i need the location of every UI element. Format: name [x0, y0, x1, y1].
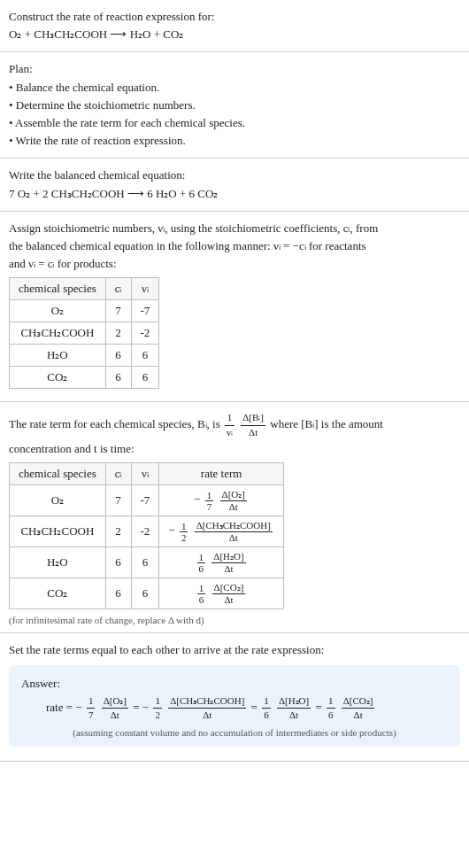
- frac-delta: Δ[Bᵢ] Δt: [241, 411, 265, 439]
- frac-delta: Δ[CO₂]Δt: [212, 582, 246, 605]
- frac-delta: Δ[O₂]Δt: [220, 489, 247, 512]
- cell-vi: 6: [131, 578, 159, 609]
- answer-title: Set the rate terms equal to each other t…: [9, 642, 460, 658]
- cell-vi: -2: [131, 516, 159, 547]
- unbalanced-equation: O₂ + CH₃CH₂COOH ⟶ H₂O + CO₂: [9, 27, 460, 43]
- frac-coeff: 16: [262, 694, 271, 723]
- answer-subnote: (assuming constant volume and no accumul…: [21, 727, 448, 738]
- col-vi: νᵢ: [131, 463, 159, 485]
- plan-bullet-4: • Write the rate of reaction expression.: [9, 133, 460, 149]
- cell-species: H₂O: [10, 547, 106, 578]
- cell-vi: -2: [131, 322, 159, 345]
- cell-vi: -7: [131, 300, 159, 322]
- frac-delta: Δ[H₂O]Δt: [277, 694, 311, 723]
- cell-ci: 6: [105, 345, 131, 367]
- cell-ci: 6: [105, 578, 131, 609]
- section-construct: Construct the rate of reaction expressio…: [0, 0, 469, 52]
- table-row: CO₂ 6 6: [10, 367, 159, 389]
- plan-title: Plan:: [9, 61, 460, 77]
- table-row: O₂ 7 -7: [10, 300, 159, 322]
- plan-bullet-1: • Balance the chemical equation.: [9, 80, 460, 96]
- plan-bullet-2: • Determine the stoichiometric numbers.: [9, 97, 460, 113]
- table-row: CH₃CH₂COOH 2 -2 − 12 Δ[CH₃CH₂COOH]Δt: [10, 516, 284, 547]
- infinitesimal-note: (for infinitesimal rate of change, repla…: [9, 615, 460, 625]
- equals: = −: [133, 700, 149, 713]
- balanced-equation: 7 O₂ + 2 CH₃CH₂COOH ⟶ 6 H₂O + 6 CO₂: [9, 186, 460, 202]
- section-answer: Set the rate terms equal to each other t…: [0, 633, 469, 762]
- cell-species: O₂: [10, 300, 106, 322]
- cell-rate-term: − 17 Δ[O₂]Δt: [159, 485, 283, 516]
- cell-species: H₂O: [10, 345, 106, 367]
- cell-ci: 2: [105, 322, 131, 345]
- col-ci: cᵢ: [105, 278, 131, 300]
- cell-ci: 7: [105, 300, 131, 322]
- frac-coeff: 17: [205, 490, 214, 512]
- frac-coeff: 16: [327, 694, 335, 723]
- eq-right: 6 H₂O + 6 CO₂: [147, 187, 218, 200]
- frac-coeff: 16: [197, 552, 206, 574]
- col-ci: cᵢ: [105, 463, 131, 485]
- frac-delta: Δ[CH₃CH₂COOH]Δt: [168, 694, 246, 723]
- rate-intro-b: where [Bᵢ] is the amount: [270, 417, 383, 430]
- answer-label: Answer:: [21, 676, 448, 692]
- table-row: CH₃CH₂COOH 2 -2: [10, 322, 159, 345]
- frac-coeff: 16: [197, 583, 206, 605]
- cell-species: CH₃CH₂COOH: [10, 322, 106, 345]
- frac-coeff: 1 νᵢ: [225, 411, 234, 439]
- col-vi: νᵢ: [131, 278, 159, 300]
- section-stoich: Assign stoichiometric numbers, νᵢ, using…: [0, 212, 469, 403]
- cell-species: CH₃CH₂COOH: [10, 516, 106, 547]
- equals: =: [315, 700, 325, 713]
- plan-bullet-3: • Assemble the rate term for each chemic…: [9, 115, 460, 131]
- cell-vi: -7: [131, 485, 159, 516]
- balanced-title: Write the balanced chemical equation:: [9, 167, 460, 183]
- arrow-icon: ⟶: [127, 187, 144, 200]
- construct-title: Construct the rate of reaction expressio…: [9, 9, 460, 25]
- rate-intro-line2: concentration and t is time:: [9, 441, 460, 457]
- stoich-intro-2: the balanced chemical equation in the fo…: [9, 238, 460, 254]
- cell-vi: 6: [131, 547, 159, 578]
- cell-vi: 6: [131, 367, 159, 389]
- table-header-row: chemical species cᵢ νᵢ: [10, 278, 159, 300]
- sign: −: [168, 523, 174, 537]
- cell-species: CO₂: [10, 367, 106, 389]
- cell-ci: 6: [105, 547, 131, 578]
- cell-vi: 6: [131, 345, 159, 367]
- frac-coeff: 12: [153, 694, 162, 723]
- equals: =: [251, 700, 261, 713]
- stoich-table: chemical species cᵢ νᵢ O₂ 7 -7 CH₃CH₂COO…: [9, 277, 159, 389]
- rate-lead: rate = −: [46, 700, 82, 713]
- table-header-row: chemical species cᵢ νᵢ rate term: [10, 463, 284, 485]
- cell-species: CO₂: [10, 578, 106, 609]
- cell-ci: 6: [105, 367, 131, 389]
- cell-rate-term: 16 Δ[H₂O]Δt: [159, 547, 283, 578]
- col-rate-term: rate term: [159, 463, 283, 485]
- cell-rate-term: − 12 Δ[CH₃CH₂COOH]Δt: [159, 516, 283, 547]
- cell-ci: 7: [105, 485, 131, 516]
- frac-coeff: 12: [180, 521, 188, 543]
- stoich-intro-1: Assign stoichiometric numbers, νᵢ, using…: [9, 221, 460, 236]
- arrow-icon: ⟶: [110, 27, 127, 41]
- answer-box: Answer: rate = − 17 Δ[O₂]Δt = − 12 Δ[CH₃…: [9, 665, 460, 747]
- col-species: chemical species: [10, 278, 106, 300]
- cell-ci: 2: [105, 516, 131, 547]
- col-species: chemical species: [10, 463, 106, 485]
- frac-delta: Δ[H₂O]Δt: [211, 551, 245, 574]
- stoich-intro-3: and νᵢ = cᵢ for products:: [9, 256, 460, 272]
- rate-expression: rate = − 17 Δ[O₂]Δt = − 12 Δ[CH₃CH₂COOH]…: [46, 694, 448, 723]
- frac-coeff: 17: [87, 694, 96, 723]
- rate-intro-a: The rate term for each chemical species,…: [9, 417, 223, 430]
- eq-right: H₂O + CO₂: [130, 27, 184, 41]
- table-row: H₂O 6 6 16 Δ[H₂O]Δt: [10, 547, 284, 578]
- table-row: H₂O 6 6: [10, 345, 159, 367]
- eq-left: O₂ + CH₃CH₂COOH: [9, 27, 107, 41]
- frac-delta: Δ[O₂]Δt: [102, 694, 128, 723]
- rate-intro-line1: The rate term for each chemical species,…: [9, 411, 460, 439]
- frac-delta: Δ[CO₂]Δt: [342, 694, 375, 723]
- table-row: CO₂ 6 6 16 Δ[CO₂]Δt: [10, 578, 284, 609]
- section-balanced: Write the balanced chemical equation: 7 …: [0, 159, 469, 211]
- eq-left: 7 O₂ + 2 CH₃CH₂COOH: [9, 187, 125, 200]
- rate-table: chemical species cᵢ νᵢ rate term O₂ 7 -7…: [9, 462, 284, 609]
- sign: −: [194, 492, 200, 506]
- table-row: O₂ 7 -7 − 17 Δ[O₂]Δt: [10, 485, 284, 516]
